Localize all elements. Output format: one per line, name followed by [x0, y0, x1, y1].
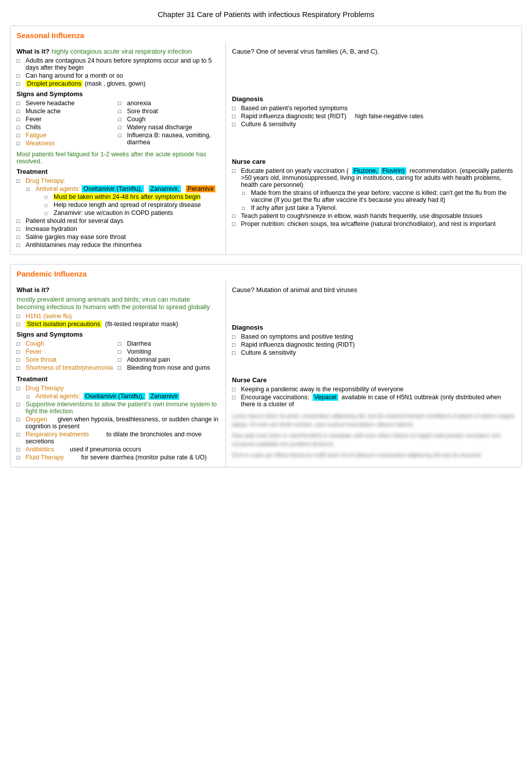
seasonal-zanamivir-copd: Zanamivir: use w/caution in COPD patient… [45, 209, 219, 216]
seasonal-saline: Saline gargles may ease sore throat [17, 233, 219, 240]
pandemic-antiviral-agents: Antiviral agents: Oseltamivir (Tamiflu),… [27, 393, 219, 400]
pandemic-drug-therapy: Drug Therapy [17, 385, 219, 392]
pandemic-supportive: Supportive interventions to allow the pa… [17, 401, 219, 415]
pandemic-encourage: Encourage vaccinations: Vepacel availabl… [232, 394, 515, 408]
mask-gown: (mask , gloves, gown) [85, 80, 146, 87]
pandemic-precautions-list: H1N1 (swine flu) Strict isolation precau… [17, 313, 219, 328]
symptom-sore-throat: Sore throat [118, 108, 220, 115]
symptom-fever: Fever [17, 116, 118, 123]
pandemic-strict-isolation: Strict isolation precautions (fit-tested… [17, 321, 219, 328]
pandemic-symptoms-cols: Cough Fever Sore throat Shortness of bre… [17, 340, 219, 372]
p-zanamivir-highlight: Zanamivir [149, 393, 179, 400]
symptom-severe-headache: Severe headache [17, 100, 118, 107]
pandemic-antiviral-sub: Antiviral agents: Oseltamivir (Tamiflu),… [17, 393, 219, 400]
symptom-weakness: Weakness [17, 140, 118, 147]
pandemic-antibiotics: Antibiotics used if pneumonia occurs [17, 446, 219, 453]
page-title: Chapter 31 Care of Patients with infecti… [10, 10, 522, 19]
seasonal-rest: Patient should rest for several days [17, 217, 219, 224]
p-symptom-bleeding: Bleeding from nose and gums [118, 364, 220, 371]
seasonal-nurse-sub: Made from the strains of influenza the y… [232, 189, 515, 211]
seasonal-nurse-care-heading: Nurse care [232, 158, 515, 165]
seasonal-influenza-card: Seasonal Influenza What is it? highly co… [10, 26, 522, 255]
seasonal-proper-nutrition: Proper nutrition: chicken soups, tea w/c… [232, 220, 515, 227]
seasonal-right-col: Cause? One of several virus families (A,… [226, 43, 521, 254]
oseltamivir-highlight: Oseltamivir (Tamiflu), [82, 185, 143, 192]
p-symptom-fever: Fever [17, 348, 118, 355]
p-oseltamivir-highlight: Oseltamivir (Tamiflu), [84, 393, 145, 400]
p-symptom-sore-throat: Sore throat [17, 356, 118, 363]
seasonal-nurse-sub2: If achy after just take a Tylenol. [242, 204, 515, 211]
seasonal-must-take: Must be taken within 24-48 hrs after sym… [45, 193, 219, 200]
pandemic-treatment-heading: Treatment [17, 375, 219, 383]
seasonal-most-patients: Most patients feel fatigued for 1-2 week… [17, 151, 219, 165]
seasonal-treatment-list: Drug Therapy: Antiviral agents: Oseltami… [17, 177, 219, 248]
pandemic-what-is-it: What is it? mostly prevalent among anima… [17, 286, 219, 311]
p-symptom-vomiting: Vomiting [118, 348, 220, 355]
seasonal-diagnosis-3: Culture & sensitivity [232, 121, 515, 128]
pandemic-heading: Pandemic Influenza [17, 270, 87, 278]
seasonal-droplet: Droplet precautions (mask , gloves, gown… [17, 80, 219, 87]
seasonal-what-is-it: What is it? highly contagious acute vira… [17, 48, 219, 55]
symptom-watery-nasal: Watery nasal discharge [118, 124, 220, 131]
seasonal-hydration: Increase hydration [17, 225, 219, 232]
seasonal-nurse-care-list: Educate patient on yearly vaccination ( … [232, 167, 515, 227]
seasonal-symptoms-right: anorexia Sore throat Cough Watery nasal … [118, 100, 220, 148]
droplet-precautions: Droplet precautions [26, 80, 83, 87]
symptom-chills: Chills [17, 124, 118, 131]
pandemic-symptoms-left: Cough Fever Sore throat Shortness of bre… [17, 340, 118, 372]
seasonal-antiviral-agents: Antiviral agents: Oseltamivir (Tamiflu),… [27, 185, 219, 192]
pandemic-left-col: What is it? mostly prevalent among anima… [11, 281, 226, 467]
pandemic-nurse-care-list: Keeping a pandemic away is the responsib… [232, 386, 515, 408]
pandemic-diagnosis-list: Based on symptoms and positive testing R… [232, 333, 515, 356]
symptom-anorexia: anorexia [118, 100, 220, 107]
seasonal-nurse-educate: Educate patient on yearly vaccination ( … [232, 167, 515, 188]
seasonal-signs-symptoms-heading: Signs and Symptoms [17, 90, 219, 98]
pandemic-what-is-it-label: What is it? [17, 286, 50, 294]
seasonal-left-col: What is it? highly contagious acute vira… [11, 43, 226, 254]
seasonal-teach-patient: Teach patient to cough/sneeze in elbow, … [232, 212, 515, 219]
seasonal-antiviral-sub: Antiviral agents: Oseltamivir (Tamiflu),… [17, 185, 219, 216]
symptom-cough: Cough [118, 116, 220, 123]
pandemic-diagnosis-3: Culture & sensitivity [232, 349, 515, 356]
pandemic-keeping: Keeping a pandemic away is the responsib… [232, 386, 515, 393]
p-symptom-cough: Cough [17, 340, 118, 347]
seasonal-nurse-sub1: Made from the strains of influenza the y… [242, 189, 515, 203]
seasonal-diagnosis-list: Based on patient's reported symptoms Rap… [232, 105, 515, 128]
fluvirin-highlight: Fluvirin) [381, 167, 406, 174]
seasonal-help-reduce: Help reduce length and spread of respira… [45, 201, 219, 208]
seasonal-diagnosis-1: Based on patient's reported symptoms [232, 105, 515, 112]
pandemic-blurred-content: Lorem ipsum dolor sit amet, consectetur … [232, 412, 515, 459]
seasonal-precautions-list: Adults are contagious 24 hours before sy… [17, 57, 219, 87]
pandemic-diagnosis-2: Rapid influenza diagnostic testing (RIDT… [232, 341, 515, 348]
pandemic-diagnosis-1: Based on symptoms and positive testing [232, 333, 515, 340]
symptom-muscle-ache: Muscle ache [17, 108, 118, 115]
pandemic-symptoms-right: Diarrhea Vomiting Abdominal pain Bleedin… [118, 340, 220, 372]
pandemic-treatment-list: Drug Therapy Antiviral agents: Oseltamiv… [17, 385, 219, 461]
seasonal-antihistamines: Antihistamines may reduce the rhinorrhea [17, 241, 219, 248]
pandemic-oxygen: Oxygen given when hypoxia, breathlessnes… [17, 416, 219, 430]
p-symptom-diarrhea: Diarrhea [118, 340, 220, 347]
pandemic-diagnosis-heading: Diagnosis [232, 324, 515, 331]
pandemic-cause: Cause? Mutation of animal and bird virus… [232, 286, 515, 294]
seasonal-diagnosis-2: Rapid influenza diagnostic test (RIDT) h… [232, 113, 515, 120]
what-is-it-label: What is it? [17, 48, 50, 55]
peramivir-highlight: Peramivir [186, 185, 215, 192]
seasonal-antiviral-details: Must be taken within 24-48 hrs after sym… [27, 193, 219, 216]
seasonal-what-is-it-desc: highly contagious acute viral respirator… [52, 48, 192, 55]
seasonal-drug-therapy: Drug Therapy: [17, 177, 219, 184]
seasonal-bullet1: Adults are contagious 24 hours before sy… [17, 57, 219, 71]
p-symptom-abdominal: Abdominal pain [118, 356, 220, 363]
pandemic-h1n1: H1N1 (swine flu) [17, 313, 219, 320]
seasonal-symptoms-left: Severe headache Muscle ache Fever Chills… [17, 100, 118, 148]
pandemic-influenza-card: Pandemic Influenza What is it? mostly pr… [10, 264, 522, 467]
seasonal-diagnosis-heading: Diagnosis [232, 95, 515, 103]
fluzone-highlight: Fluzone, [352, 167, 379, 174]
symptom-influenza-b: Influenza B: nausea, vomiting, diarrhea [118, 132, 220, 146]
symptom-fatigue: Fatigue [17, 132, 118, 139]
pandemic-signs-symptoms-heading: Signs and Symptoms [17, 331, 219, 338]
zanamivir-highlight: Zanamivir, [149, 185, 181, 192]
seasonal-symptoms-cols: Severe headache Muscle ache Fever Chills… [17, 100, 219, 148]
seasonal-treatment-heading: Treatment [17, 168, 219, 175]
seasonal-heading: Seasonal Influenza [17, 31, 84, 40]
pandemic-fluid: Fluid Therapy for severe diarrhea (monit… [17, 454, 219, 461]
